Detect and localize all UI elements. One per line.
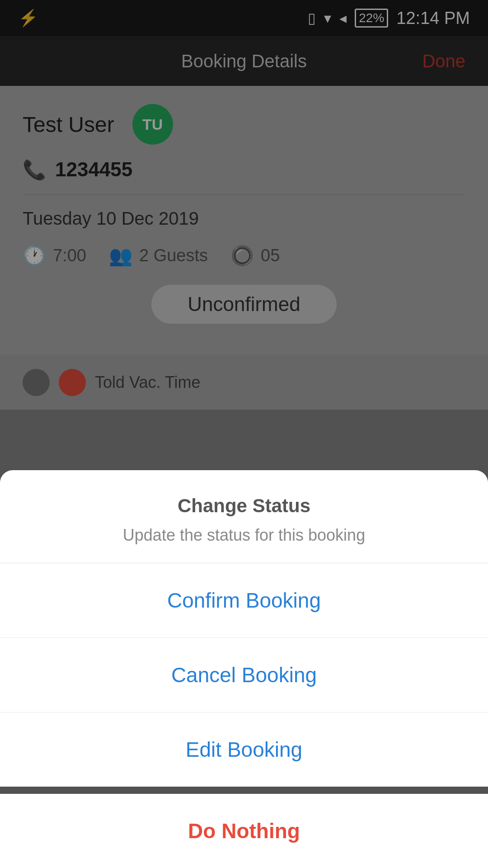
cancel-booking-label: Cancel Booking: [171, 663, 317, 687]
edit-booking-label: Edit Booking: [186, 738, 302, 761]
sheet-title: Change Status: [18, 495, 470, 517]
edit-booking-option[interactable]: Edit Booking: [0, 712, 488, 787]
main-sheet: Change Status Update the status for this…: [0, 470, 488, 787]
do-nothing-option[interactable]: Do Nothing: [0, 794, 488, 868]
cancel-sheet: Do Nothing: [0, 794, 488, 868]
sheet-subtitle: Update the status for this booking: [18, 526, 470, 545]
do-nothing-label: Do Nothing: [188, 819, 300, 843]
sheet-header: Change Status Update the status for this…: [0, 470, 488, 563]
confirm-booking-option[interactable]: Confirm Booking: [0, 563, 488, 638]
bottom-sheet-container: Change Status Update the status for this…: [0, 470, 488, 868]
cancel-booking-option[interactable]: Cancel Booking: [0, 638, 488, 712]
confirm-booking-label: Confirm Booking: [167, 589, 321, 612]
